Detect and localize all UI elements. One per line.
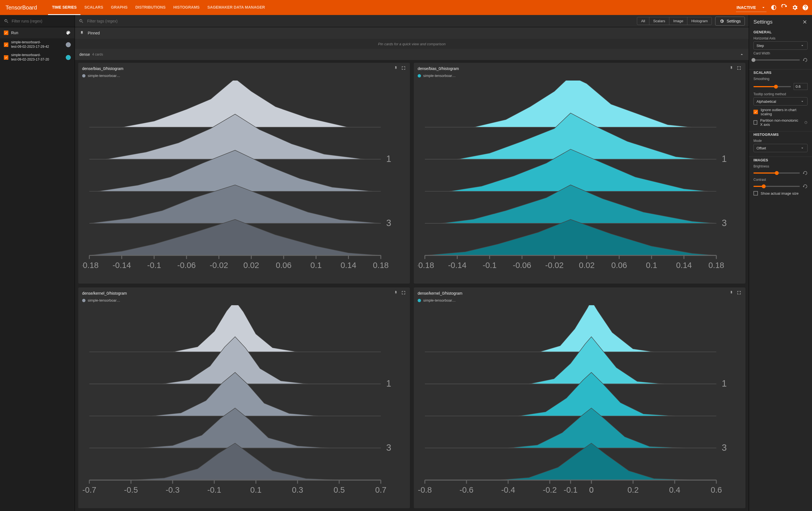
- show-actual-size-row[interactable]: Show actual image size: [753, 191, 808, 195]
- fullscreen-card-button[interactable]: [401, 290, 406, 296]
- reset-icon[interactable]: [803, 170, 808, 176]
- histogram-chart[interactable]: 13-0.18-0.14-0.1-0.06-0.020.020.060.10.1…: [82, 81, 406, 281]
- run-item[interactable]: simple-tensorboard-test-09-02-2023-17-37…: [0, 51, 75, 64]
- help-icon[interactable]: ?: [804, 120, 808, 125]
- nav-tab-sagemaker-data-manager[interactable]: SAGEMAKER DATA MANAGER: [203, 0, 269, 15]
- chevron-down-icon: [800, 99, 805, 104]
- contrast-slider[interactable]: [753, 186, 800, 187]
- cards-grid: dense/bias_0/histogram simple-tensorboar…: [75, 60, 749, 511]
- pinned-section-header[interactable]: Pinned: [75, 27, 749, 39]
- svg-text:0.1: 0.1: [250, 485, 262, 494]
- reload-mode-dropdown[interactable]: INACTIVE: [736, 3, 766, 12]
- svg-text:0.02: 0.02: [243, 261, 259, 270]
- ignore-outliers-checkbox[interactable]: [753, 110, 758, 114]
- settings-scalars-section: SCALARS Smoothing Tooltip sorting method…: [749, 70, 812, 131]
- nav-tab-scalars[interactable]: SCALARS: [81, 0, 107, 15]
- partition-x-row[interactable]: Partition non-monotonic X axis ?: [753, 118, 808, 127]
- svg-text:3: 3: [386, 218, 391, 228]
- refresh-icon[interactable]: [781, 4, 788, 11]
- palette-icon[interactable]: [66, 30, 71, 35]
- settings-button[interactable]: Settings: [715, 17, 745, 26]
- reload-mode-label: INACTIVE: [736, 5, 756, 10]
- run-color-swatch[interactable]: [66, 42, 71, 47]
- pin-card-button[interactable]: [393, 65, 398, 71]
- svg-text:-0.02: -0.02: [209, 261, 228, 270]
- settings-title: Settings: [753, 19, 773, 25]
- show-actual-size-label: Show actual image size: [761, 191, 799, 195]
- smoothing-slider[interactable]: [753, 86, 791, 87]
- horizontal-axis-label: Horizontal Axis: [753, 36, 808, 40]
- tooltip-sort-label: Tooltip sorting method: [753, 92, 808, 96]
- horizontal-axis-select[interactable]: Step: [753, 42, 808, 50]
- fullscreen-card-button[interactable]: [401, 65, 406, 71]
- select-all-runs-checkbox[interactable]: [4, 31, 8, 35]
- search-icon: [79, 19, 84, 24]
- svg-text:0.18: 0.18: [708, 261, 724, 270]
- runs-filter-input[interactable]: [12, 19, 71, 23]
- svg-text:-0.14: -0.14: [448, 261, 466, 270]
- histogram-card: dense/bias_0/histogram simple-tensorboar…: [414, 63, 745, 284]
- partition-x-label: Partition non-monotonic X axis: [760, 118, 802, 127]
- fullscreen-card-button[interactable]: [736, 65, 742, 71]
- histogram-chart[interactable]: 13-0.7-0.5-0.3-0.10.10.30.50.7: [82, 305, 406, 506]
- nav-tab-histograms[interactable]: HISTOGRAMS: [170, 0, 204, 15]
- smoothing-label: Smoothing: [753, 77, 808, 81]
- tooltip-sort-select[interactable]: Alphabetical: [753, 97, 808, 106]
- pin-hint: Pin cards for a quick view and compariso…: [75, 39, 749, 49]
- histogram-mode-select[interactable]: Offset: [753, 144, 808, 152]
- app-logo: TensorBoard: [5, 4, 37, 11]
- tag-group-header[interactable]: dense 4 cards: [75, 49, 749, 60]
- pin-card-button[interactable]: [393, 290, 398, 296]
- run-color-swatch[interactable]: [66, 55, 71, 60]
- chart-type-filter: AllScalarsImageHistogram: [637, 17, 712, 25]
- theme-toggle-icon[interactable]: [771, 4, 777, 11]
- histogram-chart[interactable]: 13-0.8-0.6-0.4-0.2-0.100.20.40.60: [418, 305, 742, 506]
- svg-text:0.18: 0.18: [373, 261, 389, 270]
- fullscreen-card-button[interactable]: [736, 290, 742, 296]
- tags-filter-input[interactable]: [87, 19, 634, 23]
- svg-text:-0.7: -0.7: [82, 485, 96, 494]
- runs-sidebar: Run simple-tensorboard-test-09-02-2023-1…: [0, 15, 75, 511]
- brightness-label: Brightness: [753, 164, 808, 168]
- run-color-dot: [82, 74, 85, 78]
- run-checkbox[interactable]: [4, 55, 8, 60]
- gear-icon[interactable]: [791, 4, 798, 11]
- svg-text:3: 3: [722, 218, 727, 228]
- tag-group-name: dense: [79, 52, 90, 57]
- pin-card-button[interactable]: [729, 290, 734, 296]
- nav-tab-time-series[interactable]: TIME SERIES: [48, 0, 81, 15]
- svg-text:-0.18: -0.18: [82, 261, 98, 270]
- ignore-outliers-row[interactable]: Ignore outliers in chart scaling: [753, 108, 808, 116]
- card-width-slider[interactable]: [753, 59, 800, 60]
- filter-chip-scalars[interactable]: Scalars: [649, 17, 669, 25]
- card-title: dense/kernel_0/histogram: [418, 291, 726, 295]
- brightness-slider[interactable]: [753, 172, 800, 173]
- histogram-chart[interactable]: 13-0.18-0.14-0.1-0.06-0.020.020.060.10.1…: [418, 81, 742, 281]
- nav-tab-graphs[interactable]: GRAPHS: [107, 0, 132, 15]
- run-checkbox[interactable]: [4, 43, 8, 47]
- run-item[interactable]: simple-tensorboard-test-09-02-2023-17-29…: [0, 38, 75, 51]
- app-header: TensorBoard TIME SERIESSCALARSGRAPHSDIST…: [0, 0, 812, 15]
- svg-text:0.06: 0.06: [276, 261, 292, 270]
- filter-chip-all[interactable]: All: [637, 17, 649, 25]
- svg-text:0.1: 0.1: [646, 261, 658, 270]
- help-icon[interactable]: [802, 4, 809, 11]
- svg-text:-0.18: -0.18: [418, 261, 434, 270]
- chevron-down-icon: [761, 5, 766, 10]
- smoothing-input[interactable]: [794, 83, 808, 90]
- show-actual-size-checkbox[interactable]: [753, 191, 758, 195]
- card-title: dense/bias_0/histogram: [418, 66, 726, 71]
- contrast-label: Contrast: [753, 178, 808, 182]
- filter-chip-histogram[interactable]: Histogram: [687, 17, 712, 25]
- close-icon[interactable]: [802, 19, 808, 25]
- nav-tab-distributions[interactable]: DISTRIBUTIONS: [132, 0, 170, 15]
- settings-general-section: GENERAL Horizontal Axis Step Card Width: [749, 29, 812, 70]
- reset-icon[interactable]: [803, 184, 808, 189]
- histogram-mode-label: Mode: [753, 139, 808, 143]
- reset-icon[interactable]: [803, 57, 808, 62]
- filter-chip-image[interactable]: Image: [669, 17, 687, 25]
- tag-group-count: 4 cards: [92, 53, 103, 56]
- partition-x-checkbox[interactable]: [753, 120, 757, 125]
- pin-card-button[interactable]: [729, 65, 734, 71]
- settings-panel-header: Settings: [749, 15, 812, 29]
